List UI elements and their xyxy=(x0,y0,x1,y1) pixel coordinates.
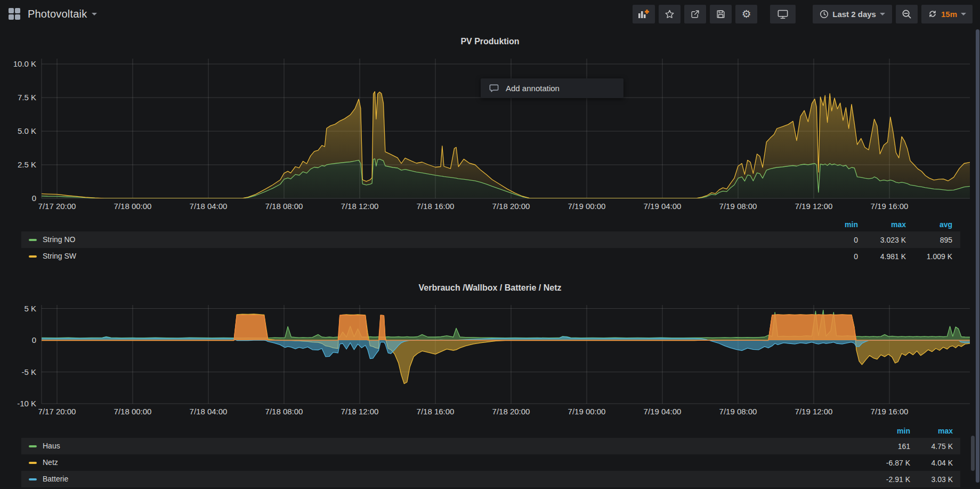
svg-text:7.5 K: 7.5 K xyxy=(18,93,36,102)
svg-text:7/18 04:00: 7/18 04:00 xyxy=(190,407,228,416)
legend-value-max: 4.04 K xyxy=(894,459,953,467)
svg-text:7/19 08:00: 7/19 08:00 xyxy=(719,407,757,416)
comment-bubble-icon xyxy=(489,84,499,93)
plot-area[interactable] xyxy=(40,310,971,384)
series-label[interactable]: Netz xyxy=(43,458,58,467)
svg-text:7/19 04:00: 7/19 04:00 xyxy=(644,202,682,211)
svg-text:7/19 12:00: 7/19 12:00 xyxy=(795,202,833,211)
svg-text:7/18 12:00: 7/18 12:00 xyxy=(341,407,379,416)
series-label[interactable]: Batterie xyxy=(43,475,68,483)
series-swatch-icon[interactable] xyxy=(29,445,37,447)
share-icon xyxy=(690,9,700,19)
legend-header: minmax xyxy=(21,424,960,438)
gear-icon: ⚙ xyxy=(742,9,751,19)
legend-value-max: 4.75 K xyxy=(894,442,953,451)
zoom-out-button[interactable] xyxy=(896,5,918,23)
panel-title-pv-produktion[interactable]: PV Produktion xyxy=(0,37,980,46)
navbar: Photovoltaik xyxy=(0,0,980,28)
series-label[interactable]: String NO xyxy=(43,235,75,244)
legend-value-max: 3.03 K xyxy=(894,475,953,484)
svg-text:7/18 08:00: 7/18 08:00 xyxy=(265,202,303,211)
svg-text:0: 0 xyxy=(32,335,36,344)
legend-row-Netz: Netz-6.87 K4.04 K xyxy=(21,454,960,471)
dashboard-title-dropdown[interactable]: Photovoltaik xyxy=(28,8,97,20)
svg-text:7/18 08:00: 7/18 08:00 xyxy=(265,407,303,416)
legend-column-avg[interactable]: avg xyxy=(894,220,952,229)
verbrauch-legend: minmaxHaus1614.75 KNetz-6.87 K4.04 KBatt… xyxy=(21,424,960,487)
svg-text:7/18 20:00: 7/18 20:00 xyxy=(492,202,530,211)
chevron-down-icon xyxy=(880,13,885,15)
refresh-picker[interactable]: 15m xyxy=(921,5,973,23)
dashboard-title: Photovoltaik xyxy=(28,8,87,20)
svg-text:10.0 K: 10.0 K xyxy=(13,59,36,68)
legend-row-String SW: String SW04.981 K1.009 K xyxy=(21,248,960,264)
svg-text:2.5 K: 2.5 K xyxy=(18,160,36,169)
legend-value-avg: 1.009 K xyxy=(894,252,952,261)
svg-text:7/18 00:00: 7/18 00:00 xyxy=(114,407,152,416)
refresh-interval-label: 15m xyxy=(941,10,957,19)
settings-button[interactable]: ⚙ xyxy=(735,5,757,23)
add-annotation-menu-item[interactable]: Add annotation xyxy=(481,78,623,98)
add-panel-button[interactable] xyxy=(633,5,655,23)
series-swatch-icon[interactable] xyxy=(29,478,37,480)
series-swatch-icon[interactable] xyxy=(29,462,37,464)
svg-text:5.0 K: 5.0 K xyxy=(18,126,36,135)
svg-text:0: 0 xyxy=(32,194,36,203)
series-label[interactable]: String SW xyxy=(43,252,76,260)
pv-produktion-chart[interactable]: 7/17 20:007/18 00:007/18 04:007/18 08:00… xyxy=(0,51,980,211)
legend-column-max[interactable]: max xyxy=(894,427,953,435)
svg-text:7/18 20:00: 7/18 20:00 xyxy=(492,407,530,416)
verbrauch-chart[interactable]: 7/17 20:007/18 00:007/18 04:007/18 08:00… xyxy=(0,300,980,421)
dashboard-scrollbar-thumb[interactable] xyxy=(971,436,975,471)
svg-text:7/18 16:00: 7/18 16:00 xyxy=(417,407,455,416)
svg-text:7/18 16:00: 7/18 16:00 xyxy=(417,202,455,211)
monitor-icon xyxy=(777,9,789,19)
svg-text:7/17 20:00: 7/17 20:00 xyxy=(38,202,76,211)
svg-text:7/18 00:00: 7/18 00:00 xyxy=(114,202,152,211)
series-area-Wallbox xyxy=(40,315,971,340)
zoom-out-icon xyxy=(902,9,912,19)
panel-title-verbrauch[interactable]: Verbrauch /Wallbox / Batterie / Netz xyxy=(0,283,980,293)
svg-text:7/18 12:00: 7/18 12:00 xyxy=(341,202,379,211)
svg-text:7/19 12:00: 7/19 12:00 xyxy=(795,407,833,416)
chevron-down-icon xyxy=(92,13,97,15)
chevron-down-icon xyxy=(961,13,966,15)
clock-icon xyxy=(820,10,829,19)
legend-header: minmaxavg xyxy=(21,218,960,231)
time-range-label: Last 2 days xyxy=(832,10,876,19)
tv-mode-button[interactable] xyxy=(770,5,796,23)
time-range-picker[interactable]: Last 2 days xyxy=(813,5,892,23)
svg-text:-10 K: -10 K xyxy=(17,399,36,408)
svg-text:7/17 20:00: 7/17 20:00 xyxy=(38,407,76,416)
window-scrollbar-thumb[interactable] xyxy=(976,29,979,483)
legend-row-Batterie: Batterie-2.91 K3.03 K xyxy=(21,471,960,487)
svg-text:-5 K: -5 K xyxy=(21,367,36,376)
series-label[interactable]: Haus xyxy=(43,442,60,450)
add-annotation-label: Add annotation xyxy=(506,84,560,93)
svg-text:7/19 04:00: 7/19 04:00 xyxy=(644,407,682,416)
svg-text:7/19 08:00: 7/19 08:00 xyxy=(719,202,757,211)
svg-text:7/19 16:00: 7/19 16:00 xyxy=(871,407,909,416)
series-swatch-icon[interactable] xyxy=(29,239,37,241)
svg-text:7/18 04:00: 7/18 04:00 xyxy=(190,202,228,211)
svg-text:7/19 00:00: 7/19 00:00 xyxy=(568,407,606,416)
add-panel-icon xyxy=(638,9,650,19)
legend-row-Haus: Haus1614.75 K xyxy=(21,438,960,454)
apps-grid-icon[interactable] xyxy=(7,7,21,21)
svg-text:7/19 00:00: 7/19 00:00 xyxy=(568,202,606,211)
grafana-dashboard: Photovoltaik xyxy=(0,0,980,489)
save-icon xyxy=(716,9,726,19)
star-icon xyxy=(665,9,675,19)
plot-area[interactable] xyxy=(40,92,971,198)
save-button[interactable] xyxy=(710,5,732,23)
star-button[interactable] xyxy=(659,5,681,23)
legend-value-avg: 895 xyxy=(894,236,952,244)
share-button[interactable] xyxy=(684,5,706,23)
svg-text:7/19 16:00: 7/19 16:00 xyxy=(871,202,909,211)
svg-text:5 K: 5 K xyxy=(24,304,36,313)
pv-produktion-legend: minmaxavgString NO03.023 K895String SW04… xyxy=(21,218,960,264)
series-swatch-icon[interactable] xyxy=(29,255,37,258)
legend-row-String NO: String NO03.023 K895 xyxy=(21,231,960,248)
refresh-icon xyxy=(928,9,937,19)
